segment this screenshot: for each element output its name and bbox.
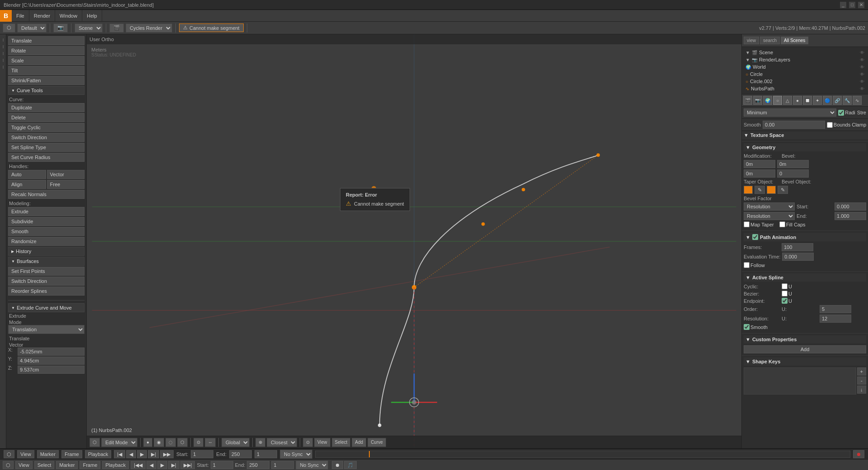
tab-all-scenes[interactable]: All Scenes bbox=[781, 37, 808, 44]
prop-tab-phy[interactable]: 🔵 bbox=[823, 96, 832, 105]
pivot-btn[interactable]: ⊙ bbox=[193, 438, 203, 447]
world-eye[interactable]: 👁 bbox=[860, 65, 864, 70]
playback-btn[interactable]: Playback bbox=[85, 450, 112, 458]
randomize-btn[interactable]: Randomize bbox=[8, 237, 85, 246]
view-btn[interactable]: View bbox=[314, 438, 330, 447]
extrude-header[interactable]: ▼ Extrude Curve and Move bbox=[8, 303, 85, 312]
toggle-cyclic-btn[interactable]: Toggle Cyclic bbox=[8, 123, 85, 132]
resolution-input[interactable] bbox=[777, 169, 809, 178]
footer-icon[interactable]: ⬡ bbox=[3, 461, 14, 469]
footer-start-input[interactable] bbox=[211, 461, 233, 469]
view-timeline-btn[interactable]: View bbox=[17, 450, 34, 458]
close-btn[interactable]: ✕ bbox=[858, 2, 864, 8]
render-layers-item[interactable]: ▼ 📷 RenderLayers 👁 bbox=[744, 56, 866, 63]
sync-select[interactable]: No Sync bbox=[280, 450, 312, 459]
order-u-input[interactable] bbox=[820, 305, 851, 313]
path-anim-checkbox[interactable] bbox=[752, 234, 758, 240]
custom-props-header[interactable]: ▼ Custom Properties bbox=[744, 335, 866, 343]
y-input[interactable] bbox=[18, 357, 85, 365]
minimize-btn[interactable]: _ bbox=[840, 2, 846, 8]
geometry-header[interactable]: ▼ Geometry bbox=[744, 143, 866, 151]
taper-color[interactable] bbox=[744, 186, 753, 194]
proportional-btn[interactable]: ⊙ bbox=[303, 438, 313, 447]
mode-selector[interactable]: Default bbox=[17, 24, 47, 33]
prop-tab-tex[interactable]: 🔲 bbox=[803, 96, 812, 105]
smooth-btn[interactable]: Smooth bbox=[8, 227, 85, 236]
footer-frame-btn[interactable]: Frame bbox=[80, 461, 100, 469]
marker-btn[interactable]: Marker bbox=[37, 450, 59, 458]
shape-key-add[interactable]: + bbox=[857, 367, 866, 376]
follow-checkbox[interactable] bbox=[744, 262, 750, 268]
world-item[interactable]: 🌍 World 👁 bbox=[744, 63, 866, 70]
circle002-eye[interactable]: 👁 bbox=[860, 79, 864, 84]
select-btn[interactable]: Select bbox=[332, 438, 351, 447]
vp-icon-btn[interactable]: ⬡ bbox=[90, 438, 100, 447]
start-input[interactable] bbox=[835, 202, 866, 211]
footer-skip-start[interactable]: |◀◀ bbox=[131, 461, 146, 469]
footer-sync-select[interactable]: No Sync bbox=[296, 461, 328, 470]
vector-btn[interactable]: Vector bbox=[47, 170, 85, 179]
bevel-eyedrop[interactable]: ✎ bbox=[778, 186, 788, 194]
duplicate-btn[interactable]: Duplicate bbox=[8, 103, 85, 112]
path-anim-header[interactable]: ▼ Path Animation bbox=[744, 233, 866, 241]
timeline-bar[interactable] bbox=[315, 451, 850, 458]
set-first-points-btn[interactable]: Set First Points bbox=[8, 267, 85, 276]
resolution-u-input[interactable] bbox=[820, 315, 851, 323]
nurbs-item[interactable]: ∿ NurbsPath 👁 bbox=[744, 85, 866, 92]
solid-mode-btn[interactable]: ● bbox=[143, 438, 152, 447]
tab-view[interactable]: view bbox=[744, 37, 759, 44]
shape-keys-header[interactable]: ▼ Shape Keys bbox=[744, 357, 866, 366]
menu-window[interactable]: Window bbox=[55, 10, 82, 21]
menu-help[interactable]: Help bbox=[82, 10, 102, 21]
footer-skip-end[interactable]: ▶▶| bbox=[180, 461, 195, 469]
set-curve-radius-btn[interactable]: Set Curve Radius bbox=[8, 153, 85, 162]
bounds-clamp-checkbox[interactable] bbox=[827, 122, 833, 128]
blender-icon-btn[interactable]: ⬡ bbox=[3, 24, 15, 33]
menu-file[interactable]: File bbox=[12, 10, 29, 21]
footer-extra-2[interactable]: 🎵 bbox=[344, 461, 357, 469]
prev-frame-btn[interactable]: ◀ bbox=[126, 450, 136, 458]
scene-selector[interactable]: Scene bbox=[75, 24, 103, 33]
smooth-spline-checkbox[interactable] bbox=[744, 324, 750, 330]
endpoint-u-checkbox[interactable] bbox=[782, 298, 788, 304]
tab-search[interactable]: search bbox=[760, 37, 780, 44]
maximize-btn[interactable]: □ bbox=[849, 2, 855, 8]
minimum-select[interactable]: Minimum bbox=[744, 108, 836, 117]
footer-frame-input[interactable] bbox=[271, 461, 294, 469]
frames-input[interactable] bbox=[782, 243, 813, 251]
tool-strip-item-5[interactable]: | bbox=[0, 63, 6, 70]
z-input[interactable] bbox=[18, 366, 85, 374]
prop-tab-world[interactable]: 🌍 bbox=[763, 96, 772, 105]
extrude-btn[interactable]: Extrude bbox=[8, 207, 85, 216]
shape-key-remove[interactable]: - bbox=[857, 376, 866, 385]
menu-render[interactable]: Render bbox=[29, 10, 55, 21]
delete-btn[interactable]: Delete bbox=[8, 113, 85, 122]
footer-next[interactable]: ▶| bbox=[168, 461, 179, 469]
align-btn[interactable]: Align bbox=[8, 180, 46, 189]
record-btn[interactable]: ⏺ bbox=[853, 450, 864, 458]
footer-select-btn[interactable]: Select bbox=[34, 461, 55, 469]
x-input[interactable] bbox=[18, 348, 85, 356]
circle-item[interactable]: ○ Circle 👁 bbox=[744, 70, 866, 78]
scene-root[interactable]: ▼ 🎬 Scene 👁 bbox=[744, 49, 866, 56]
tool-strip-item-1[interactable]: | bbox=[0, 36, 6, 42]
render-mode-btn[interactable]: ⬡ bbox=[177, 438, 188, 447]
footer-prev[interactable]: ◀ bbox=[146, 461, 156, 469]
rotate-btn[interactable]: Rotate bbox=[8, 46, 85, 55]
add-custom-prop-btn[interactable]: Add bbox=[744, 345, 866, 353]
end-input[interactable] bbox=[835, 212, 866, 220]
bevel-color[interactable] bbox=[767, 186, 776, 194]
translate-btn[interactable]: Translate bbox=[8, 36, 85, 45]
play-btn[interactable]: ▶ bbox=[137, 450, 147, 458]
prop-tab-mat[interactable]: ● bbox=[793, 96, 802, 105]
prop-tab-con[interactable]: 🔗 bbox=[833, 96, 842, 105]
circle-eye[interactable]: 👁 bbox=[860, 72, 864, 77]
set-spline-type-btn[interactable]: Set Spline Type bbox=[8, 143, 85, 152]
nurbs-eye[interactable]: 👁 bbox=[860, 86, 864, 91]
taper-eyedrop[interactable]: ✎ bbox=[755, 186, 765, 194]
eval-time-input[interactable] bbox=[782, 253, 814, 261]
footer-view-btn[interactable]: View bbox=[15, 461, 33, 469]
auto-btn[interactable]: Auto bbox=[8, 170, 46, 179]
current-frame-input[interactable] bbox=[255, 450, 277, 458]
skip-end-btn[interactable]: ▶▶ bbox=[160, 450, 174, 458]
